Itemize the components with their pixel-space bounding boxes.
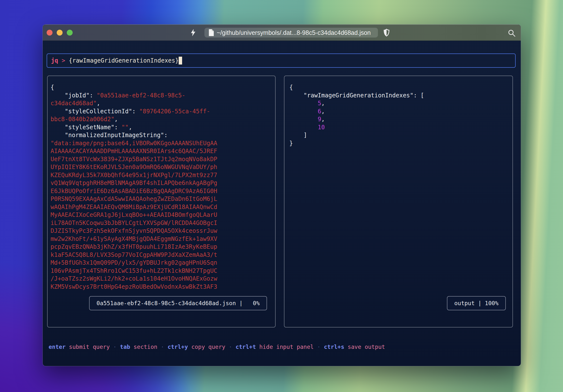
titlebar[interactable]: ~/github/universymbols/.dat...8-98c5-c34… xyxy=(43,25,521,41)
input-json-code: { "jobId": "0a551aae-ebf2-48c8-98c5-c34d… xyxy=(48,76,275,291)
close-button[interactable] xyxy=(47,30,53,36)
code-line: "jobId": "0a551aae-ebf2-48c8-98c5- xyxy=(51,91,275,100)
code-line: DJZISTkyPc3Fzh5ekOFxfnSjyvnSQPDQA5OXk4ce… xyxy=(51,227,275,235)
output-json-code: { "rawImageGridGenerationIndexes": [ 5, … xyxy=(284,76,512,147)
query-text: {rawImageGridGenerationIndexes} xyxy=(69,57,179,64)
text-cursor xyxy=(179,57,182,65)
code-line: "normalizedInputImageString": xyxy=(51,131,275,139)
help-separator: · xyxy=(225,344,236,350)
output-status-badge: output | 100% xyxy=(447,296,506,310)
document-icon xyxy=(208,29,214,36)
jq-prompt-label: jq xyxy=(51,57,58,64)
output-json-panel[interactable]: { "rawImageGridGenerationIndexes": [ 5, … xyxy=(284,76,513,327)
code-line: iL78AOTn5KCoqwu3bJbBYLCgtLYXVSpGW/lRCDDA… xyxy=(51,219,275,227)
help-description: submit query xyxy=(66,344,110,350)
code-line: bbc8-0840b2a006d2", xyxy=(51,115,275,123)
code-line: 9, xyxy=(289,115,512,123)
code-line: KZEQuKRdyL35k7X0bQhfG4e95x1jrNXPgl/7LPX2… xyxy=(51,171,275,179)
code-line: MyAAEACIXoCeGRA1gJ6jLxqBOo++AEAAID4BOmfg… xyxy=(51,211,275,219)
help-description: hide input panel xyxy=(256,344,314,350)
code-line: P0RSNQ59EXAAgAxCdA5wwIAAQAohegZwZEDaDn6I… xyxy=(51,195,275,203)
help-description: section xyxy=(130,344,157,350)
shield-icon[interactable] xyxy=(383,29,390,37)
jq-query-input[interactable]: jq > {rawImageGridGenerationIndexes} xyxy=(47,53,516,68)
terminal-body: jq > {rawImageGridGenerationIndexes} { "… xyxy=(43,41,521,366)
help-key: ctrl+t xyxy=(236,344,256,350)
traffic-light-buttons xyxy=(47,30,73,36)
code-line: 5, xyxy=(289,99,512,107)
code-line: 10 xyxy=(289,123,512,131)
help-separator: · xyxy=(157,344,168,350)
help-key: enter xyxy=(49,344,66,350)
code-line: E6JkBUQPoOfriE6Dz6AsABADiE6BzBgQAAgDRC9A… xyxy=(51,187,275,195)
code-line: UYpIQIEY8K6tEKoRJVLSJen0a9OmRQ6oNWGUVNqV… xyxy=(51,163,275,171)
code-line: ] xyxy=(289,131,512,139)
help-description: save output xyxy=(344,344,385,350)
code-line: 6, xyxy=(289,107,512,116)
help-key: tab xyxy=(120,344,130,350)
help-key: ctrl+y xyxy=(168,344,188,350)
code-line: vQ1Wq9VqtpghRH8eMBlNMAgA9Bf4shILAPQbe6nk… xyxy=(51,179,275,187)
help-key: ctrl+s xyxy=(324,344,344,350)
help-bar: enter submit query · tab section · ctrl+… xyxy=(49,343,385,351)
terminal-window: ~/github/universymbols/.dat...8-98c5-c34… xyxy=(43,25,521,366)
zoom-button[interactable] xyxy=(67,30,73,36)
minimize-button[interactable] xyxy=(57,30,63,36)
code-line: k1aF5AC5Q8L8/LVX3Sop77VoICgpAHW9PJdXaXZe… xyxy=(51,251,275,259)
help-separator: · xyxy=(314,344,324,350)
help-description: copy query xyxy=(188,344,225,350)
code-line: pcpZqvEBzQNAb3jKhZ/x3fHT0puuhLi718IzAe3R… xyxy=(51,243,275,251)
code-line: { xyxy=(289,83,512,91)
code-line: wAQAIhPgM4ZEAAIAEQvQM8MiBpAz9EXjUCdR18AI… xyxy=(51,203,275,211)
code-line: "styleCollectionId": "89764206-55ca-45ff… xyxy=(51,107,275,116)
code-line: KZM5VswDcys7Brt0HpG4epzRoUBedOwVodnxAswB… xyxy=(51,283,275,291)
code-line: /J+oaTZsz2sWgKLi2/hk2+coLa1s104eH1OvoHNQ… xyxy=(51,275,275,283)
code-line: UeF7tnXt8TVcWx3839+ZJXp5BaNSz1TJtJq2moqN… xyxy=(51,155,275,163)
code-line: "rawImageGridGenerationIndexes": [ xyxy=(289,91,512,100)
input-file-status-badge: 0a551aae-ebf2-48c8-98c5-c34dac4d68ad.jso… xyxy=(89,296,267,310)
lightning-bolt-icon xyxy=(190,29,196,37)
code-line: } xyxy=(289,139,512,147)
help-separator: · xyxy=(110,344,120,350)
file-path-text: ~/github/universymbols/.dat...8-98c5-c34… xyxy=(217,29,371,36)
code-line: 106vPAsmjTx4TShRro1CwC153fu+hLZ2Tk1ckBNH… xyxy=(51,267,275,275)
search-icon[interactable] xyxy=(508,29,515,37)
code-line: "data:image/png;base64,iVBORw0KGgoAAAANS… xyxy=(51,139,275,147)
code-line: AIAAAACACAYAAADDPmHLAAAAAXNSR0IArs4c6QAA… xyxy=(51,147,275,155)
code-line: Md+5BfUGh3x1QmQ09PD/ylx5/gYDBUJrkg02gagH… xyxy=(51,259,275,267)
file-path-pill[interactable]: ~/github/universymbols/.dat...8-98c5-c34… xyxy=(204,28,378,38)
code-line: "styleSetName": "", xyxy=(51,123,275,131)
code-line: { xyxy=(51,83,275,91)
prompt-caret: > xyxy=(58,57,69,64)
code-line: mw2w2KhoFt/+61ySAyAgX4MBjgQDA4EggmNGzfEk… xyxy=(51,235,275,243)
input-json-panel[interactable]: { "jobId": "0a551aae-ebf2-48c8-98c5-c34d… xyxy=(47,76,276,327)
code-line: c34dac4d68ad", xyxy=(51,99,275,107)
